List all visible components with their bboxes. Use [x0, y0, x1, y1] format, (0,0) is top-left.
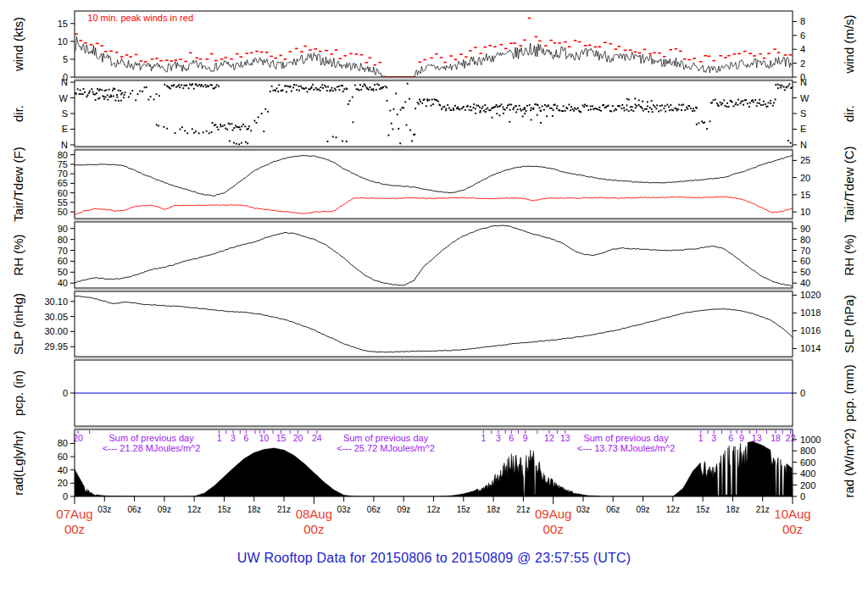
dir-point: [762, 104, 764, 106]
dir-point: [733, 105, 735, 107]
right-tick-label: 4: [800, 44, 805, 54]
dir-point: [790, 142, 792, 144]
dir-point: [238, 143, 240, 145]
dir-point: [263, 130, 264, 132]
dir-point: [211, 131, 213, 133]
dir-point: [273, 90, 275, 91]
dir-point: [498, 114, 500, 116]
dir-point: [370, 86, 371, 88]
right-tick-label: S: [800, 108, 806, 119]
dir-point: [203, 131, 204, 133]
dir-point: [382, 86, 384, 88]
dir-point: [582, 104, 584, 106]
slp-left-axis-title: SLP (inHg): [11, 293, 25, 355]
dir-point: [212, 122, 214, 124]
dir-point: [546, 106, 548, 108]
dir-point: [218, 86, 220, 87]
dir-point: [182, 87, 184, 89]
left-tick-label: 55: [58, 197, 68, 208]
right-tick-label: 6: [800, 30, 805, 41]
dir-point: [153, 98, 155, 100]
left-tick-label: 10: [58, 36, 68, 47]
dir-point: [696, 108, 698, 109]
dir-point: [548, 104, 549, 106]
dir-point: [96, 92, 97, 94]
temp-plot-area: [75, 150, 793, 219]
dir-point: [787, 140, 789, 141]
dir-point: [656, 104, 658, 106]
hour-label: 21z: [516, 505, 530, 514]
dir-point: [648, 111, 649, 113]
dir-point: [502, 107, 504, 108]
dir-point: [499, 105, 501, 107]
dir-point: [507, 104, 509, 106]
dir-point: [97, 88, 98, 90]
left-tick-label: 0: [63, 388, 68, 398]
dir-plot-area: [75, 80, 793, 147]
dir-point: [113, 96, 114, 97]
dir-point: [175, 132, 176, 134]
dir-point: [647, 101, 648, 103]
dir-point: [378, 84, 380, 86]
dir-point: [568, 104, 570, 106]
dir-point: [411, 141, 413, 142]
dir-point: [492, 107, 493, 108]
day-label: 09Aug: [535, 507, 571, 521]
dir-point: [372, 90, 374, 91]
dir-point: [631, 109, 632, 111]
dir-point: [399, 142, 401, 144]
dir-point: [726, 103, 728, 104]
dir-point: [158, 125, 159, 126]
dir-point: [277, 91, 279, 92]
dir-point: [114, 100, 116, 102]
dir-point: [621, 108, 623, 109]
dir-point: [236, 143, 237, 145]
dir-point: [137, 93, 139, 95]
left-tick-label: 60: [58, 452, 68, 462]
dir-point: [477, 105, 479, 107]
dir-point: [526, 110, 527, 112]
dir-point: [300, 86, 302, 87]
dir-point: [331, 87, 333, 89]
day-label: 10Aug: [774, 507, 810, 521]
dir-point: [242, 124, 244, 125]
hour-label: 21z: [756, 505, 770, 514]
dir-point: [110, 96, 112, 97]
dir-point: [497, 106, 498, 108]
dir-point: [634, 97, 636, 99]
dir-point: [737, 104, 738, 106]
dir-point: [387, 135, 389, 136]
dir-point: [781, 85, 782, 86]
dir-point: [453, 109, 454, 111]
dir-point: [173, 84, 175, 86]
time-axis: 03z06z09z12z15z18z21z03z06z09z12z15z18z2…: [56, 496, 810, 536]
dir-point: [636, 105, 637, 107]
dir-point: [539, 107, 541, 108]
slp-panel: 29.9530.0030.0530.101014101610181020SLP …: [11, 290, 856, 357]
dir-point: [681, 104, 682, 106]
dir-point: [612, 105, 614, 107]
dir-point: [470, 106, 471, 108]
dir-point: [311, 86, 313, 88]
right-tick-label: 80: [800, 235, 810, 245]
dir-point: [188, 87, 190, 89]
right-tick-label: E: [800, 124, 806, 134]
cumulative-mj-label: 15: [276, 433, 287, 443]
panel-gap: [74, 357, 793, 359]
dir-point: [362, 86, 364, 87]
dir-point: [326, 90, 328, 91]
dir-point: [75, 93, 77, 95]
left-tick-label: 90: [58, 224, 68, 234]
hour-label: 15z: [696, 505, 709, 514]
dir-point: [556, 105, 558, 107]
dir-point: [628, 99, 630, 101]
dir-point: [643, 110, 644, 112]
cumulative-mj-label: 3: [711, 433, 716, 443]
dir-point: [711, 102, 713, 103]
dir-point: [687, 108, 688, 110]
right-tick-label: 15: [800, 190, 810, 200]
dir-point: [291, 91, 292, 92]
right-tick-label: 0: [800, 388, 805, 398]
dir-point: [135, 99, 136, 101]
dir-point: [630, 106, 632, 108]
